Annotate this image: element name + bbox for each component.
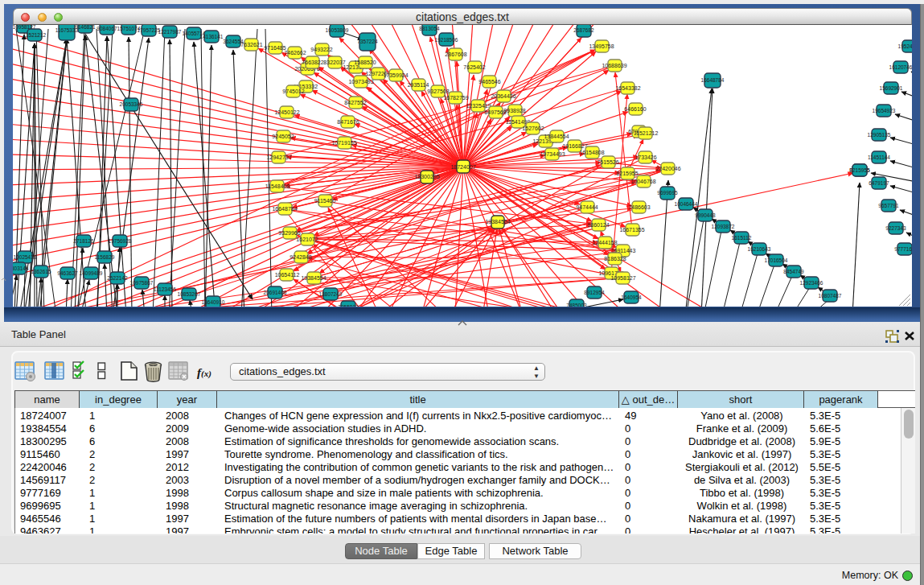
svg-text:f(x): f(x) (197, 366, 211, 379)
